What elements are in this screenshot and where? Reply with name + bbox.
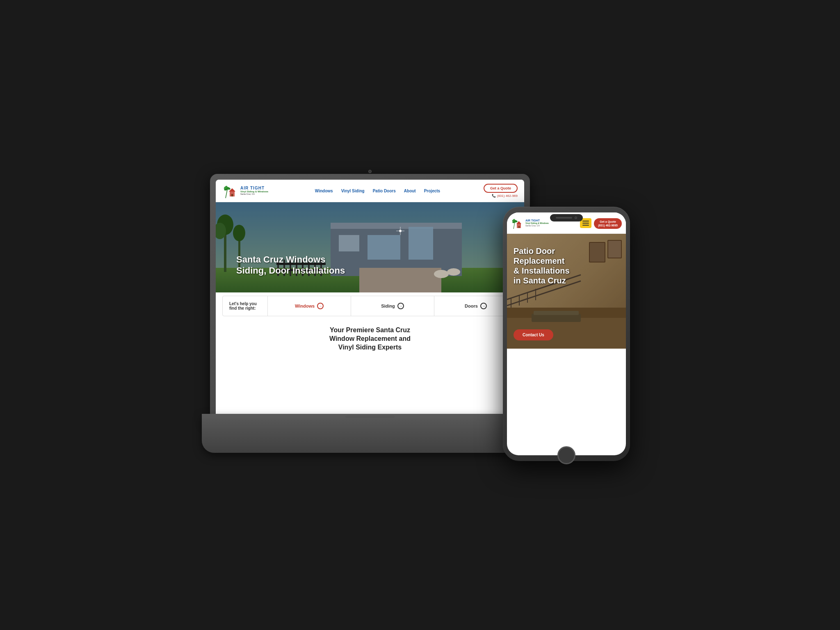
laptop-body: AIR TIGHT Vinyl Siding & Windows Santa C… <box>210 174 530 419</box>
selector-items: Windows → Siding → Doors → <box>268 296 517 316</box>
svg-line-36 <box>514 222 515 229</box>
phone-hero-heading: Patio Door Replacement & Installations i… <box>514 246 619 285</box>
phone-hero: Patio Door Replacement & Installations i… <box>507 234 626 349</box>
phone-number: (831) 462-9695 <box>598 224 618 227</box>
laptop-content: Your Premiere Santa Cruz Window Replacem… <box>216 320 524 358</box>
laptop-selector: Let's help youfind the right: Windows → … <box>222 296 518 316</box>
laptop-nav: AIR TIGHT Vinyl Siding & Windows Santa C… <box>216 180 524 202</box>
phone-screen: AIR TIGHT Vinyl Siding & Windows Santa C… <box>507 212 626 455</box>
laptop-nav-links: Windows Vinyl Siding Patio Doors About P… <box>272 189 484 193</box>
windows-arrow-icon: → <box>317 303 324 309</box>
phone-get-quote-button[interactable]: Get a Quote (831) 462-9695 <box>594 218 622 229</box>
laptop-screen: AIR TIGHT Vinyl Siding & Windows Santa C… <box>216 180 524 419</box>
phone-logo-icon <box>511 217 524 230</box>
nav-link-vinyl[interactable]: Vinyl Siding <box>341 189 365 193</box>
laptop-hero-heading: Santa Cruz Windows Siding, Door Installa… <box>236 254 345 276</box>
phone-quote-wrapper: Get a Quote (831) 462-9695 <box>594 217 622 229</box>
phone-speaker <box>556 217 572 219</box>
svg-rect-42 <box>518 226 520 228</box>
laptop-hero-image <box>216 202 524 292</box>
phone-nav-right: Get a Quote (831) 462-9695 <box>580 217 622 229</box>
nav-link-about[interactable]: About <box>404 189 416 193</box>
laptop-logo: AIR TIGHT Vinyl Siding & Windows Santa C… <box>222 183 272 199</box>
laptop-nav-right: Get a Quote 📞 (831) 462-969 <box>484 184 518 198</box>
laptop-device: AIR TIGHT Vinyl Siding & Windows Santa C… <box>210 174 530 453</box>
nav-link-windows[interactable]: Windows <box>315 189 333 193</box>
hamburger-line-2 <box>582 223 589 224</box>
phone-home-button[interactable] <box>557 446 575 464</box>
svg-line-0 <box>226 190 227 198</box>
selector-label: Let's help youfind the right: <box>223 296 268 316</box>
laptop-hero-text: Santa Cruz Windows Siding, Door Installa… <box>236 254 345 276</box>
phone-logo-text-block: AIR TIGHT Vinyl Siding & Windows Santa C… <box>525 219 549 227</box>
phone-logo: AIR TIGHT Vinyl Siding & Windows Santa C… <box>511 217 549 230</box>
laptop-content-heading: Your Premiere Santa Cruz Window Replacem… <box>222 326 518 352</box>
doors-arrow-icon: → <box>480 303 487 309</box>
siding-arrow-icon: → <box>397 303 404 309</box>
phone-camera-bar <box>550 214 583 221</box>
phone-logo-location: Santa Cruz, CA <box>525 224 549 227</box>
logo-text-block: AIR TIGHT Vinyl Siding & Windows Santa C… <box>240 186 268 195</box>
nav-link-projects[interactable]: Projects <box>424 189 440 193</box>
laptop-hero: Santa Cruz Windows Siding, Door Installa… <box>216 202 524 292</box>
phone-hero-text: Patio Door Replacement & Installations i… <box>514 246 619 285</box>
laptop-get-quote-button[interactable]: Get a Quote <box>484 184 518 193</box>
scene: AIR TIGHT Vinyl Siding & Windows Santa C… <box>210 158 630 472</box>
laptop-base <box>202 414 538 453</box>
phone-contact-us-button[interactable]: Contact Us <box>514 329 553 340</box>
laptop-bezel: AIR TIGHT Vinyl Siding & Windows Santa C… <box>216 180 524 419</box>
phone-device: AIR TIGHT Vinyl Siding & Windows Santa C… <box>503 207 630 461</box>
logo-icon <box>222 183 239 199</box>
nav-link-patio[interactable]: Patio Doors <box>373 189 396 193</box>
phone-icon: 📞 <box>492 194 496 198</box>
selector-siding[interactable]: Siding → <box>351 296 434 316</box>
selector-windows[interactable]: Windows → <box>268 296 351 316</box>
svg-rect-6 <box>231 194 233 196</box>
hamburger-line-3 <box>582 225 589 226</box>
svg-rect-32 <box>216 202 524 292</box>
phone-body: AIR TIGHT Vinyl Siding & Windows Santa C… <box>503 207 630 461</box>
logo-location: Santa Cruz, CA <box>240 193 268 196</box>
hamburger-line-1 <box>582 221 589 221</box>
logo-title: AIR TIGHT <box>240 186 268 190</box>
laptop-camera <box>368 170 372 173</box>
laptop-phone-number: 📞 (831) 462-969 <box>492 194 518 198</box>
phone-logo-name: AIR TIGHT <box>525 219 549 222</box>
phone-camera-dot <box>575 217 577 219</box>
